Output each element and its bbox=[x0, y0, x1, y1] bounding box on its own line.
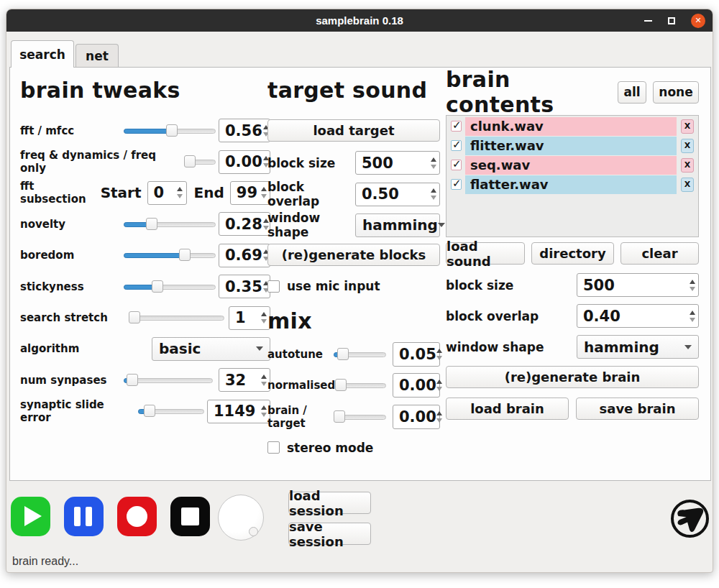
spin-down-icon[interactable] bbox=[261, 413, 267, 417]
novelty-slider[interactable] bbox=[124, 218, 216, 231]
target-block-overlap-spinbox[interactable]: 0.50 bbox=[355, 183, 440, 206]
spin-down-icon[interactable] bbox=[690, 318, 695, 322]
brain-contents-list[interactable]: ✓ clunk.wav X ✓ flitter.wav X ✓ seq.wav … bbox=[446, 115, 699, 237]
stereo-mode-checkbox[interactable] bbox=[267, 441, 280, 454]
boredom-spinbox[interactable]: 0.69 bbox=[219, 244, 270, 267]
status-bar: brain ready... bbox=[6, 551, 713, 572]
brain-target-slider[interactable] bbox=[334, 410, 386, 423]
algorithm-select[interactable]: basic bbox=[152, 337, 270, 361]
synaptic-slide-error-slider[interactable] bbox=[138, 405, 204, 418]
pause-button[interactable] bbox=[64, 497, 104, 536]
spin-down-icon[interactable] bbox=[431, 165, 436, 169]
normalised-row: normalised 0.00 bbox=[267, 370, 440, 401]
stop-button[interactable] bbox=[170, 497, 210, 536]
maximize-icon[interactable] bbox=[668, 17, 675, 24]
brain-window-shape-select[interactable]: hamming bbox=[577, 335, 699, 359]
load-target-button[interactable]: load target bbox=[267, 119, 440, 142]
spin-up-icon[interactable] bbox=[177, 187, 183, 191]
load-session-button[interactable]: load session bbox=[288, 492, 371, 514]
spin-down-icon[interactable] bbox=[436, 387, 442, 391]
synaptic-slide-error-spinbox[interactable]: 1149 bbox=[207, 400, 270, 423]
list-item[interactable]: ✓ flitter.wav X bbox=[446, 136, 698, 155]
sample-name[interactable]: seq.wav bbox=[465, 156, 677, 175]
spin-up-icon[interactable] bbox=[431, 188, 436, 193]
normalised-spinbox[interactable]: 0.00 bbox=[393, 373, 440, 398]
autotune-spinbox[interactable]: 0.05 bbox=[393, 342, 440, 367]
spin-down-icon[interactable] bbox=[431, 196, 436, 200]
record-button[interactable] bbox=[117, 497, 157, 536]
fft-end-spinbox[interactable]: 99 bbox=[230, 181, 270, 205]
algorithm-row: algorithm basic bbox=[20, 334, 270, 364]
freq-dynamics-spinbox[interactable]: 0.00 bbox=[219, 150, 270, 174]
regenerate-brain-button[interactable]: (re)generate brain bbox=[446, 366, 699, 388]
remove-sample-button[interactable]: X bbox=[681, 178, 694, 192]
fft-mfcc-slider[interactable] bbox=[124, 124, 216, 137]
sample-checkbox[interactable]: ✓ bbox=[451, 140, 462, 151]
stickyness-spinbox[interactable]: 0.35 bbox=[219, 275, 270, 298]
spin-down-icon[interactable] bbox=[177, 194, 183, 198]
autotune-slider[interactable] bbox=[334, 348, 386, 361]
stickyness-slider[interactable] bbox=[124, 280, 216, 293]
search-stretch-spinbox[interactable]: 1 bbox=[229, 306, 270, 330]
search-stretch-slider[interactable] bbox=[129, 311, 224, 324]
save-session-button[interactable]: save session bbox=[288, 523, 371, 545]
close-icon[interactable]: ✕ bbox=[691, 14, 705, 28]
num-synpases-slider[interactable] bbox=[124, 374, 213, 387]
spin-up-icon[interactable] bbox=[436, 380, 442, 384]
remove-sample-button[interactable]: X bbox=[681, 158, 694, 173]
use-mic-checkbox[interactable] bbox=[267, 280, 280, 293]
titlebar[interactable]: samplebrain 0.18 ✕ bbox=[6, 9, 713, 32]
spin-up-icon[interactable] bbox=[261, 405, 267, 410]
sample-checkbox[interactable]: ✓ bbox=[451, 160, 462, 170]
list-item[interactable]: ✓ flatter.wav X bbox=[446, 175, 698, 194]
brain-block-size-spinbox[interactable]: 500 bbox=[577, 273, 699, 297]
spin-up-icon[interactable] bbox=[436, 411, 442, 415]
spin-up-icon[interactable] bbox=[690, 311, 695, 315]
load-sound-button[interactable]: load sound bbox=[446, 242, 525, 265]
spin-down-icon[interactable] bbox=[690, 287, 695, 291]
save-brain-button[interactable]: save brain bbox=[576, 398, 699, 420]
brain-block-overlap-spinbox[interactable]: 0.40 bbox=[577, 304, 699, 328]
list-item[interactable]: ✓ seq.wav X bbox=[446, 155, 698, 175]
spin-up-icon[interactable] bbox=[431, 157, 436, 162]
play-button[interactable] bbox=[11, 497, 50, 536]
spin-up-icon[interactable] bbox=[261, 187, 267, 191]
load-brain-button[interactable]: load brain bbox=[446, 398, 569, 420]
sample-checkbox[interactable]: ✓ bbox=[451, 121, 462, 132]
target-window-shape-select[interactable]: hamming bbox=[355, 213, 440, 237]
brain-target-spinbox[interactable]: 0.00 bbox=[393, 405, 440, 429]
spin-down-icon[interactable] bbox=[261, 382, 267, 386]
spin-up-icon[interactable] bbox=[690, 280, 695, 284]
minimize-icon[interactable] bbox=[644, 20, 652, 22]
target-block-size-spinbox[interactable]: 500 bbox=[355, 151, 440, 175]
novelty-spinbox[interactable]: 0.28 bbox=[219, 212, 270, 236]
spin-down-icon[interactable] bbox=[436, 356, 442, 360]
regenerate-blocks-button[interactable]: (re)generate blocks bbox=[267, 244, 440, 266]
fft-mfcc-spinbox[interactable]: 0.56 bbox=[219, 119, 270, 142]
spin-up-icon[interactable] bbox=[436, 349, 442, 353]
remove-sample-button[interactable]: X bbox=[681, 119, 694, 134]
spin-up-icon[interactable] bbox=[261, 375, 267, 379]
spin-up-icon[interactable] bbox=[261, 312, 267, 316]
directory-button[interactable]: directory bbox=[531, 242, 614, 265]
spin-down-icon[interactable] bbox=[261, 319, 267, 323]
list-item[interactable]: ✓ clunk.wav X bbox=[446, 116, 698, 136]
clear-button[interactable]: clear bbox=[620, 242, 699, 265]
sample-checkbox[interactable]: ✓ bbox=[451, 179, 462, 190]
select-none-button[interactable]: none bbox=[653, 81, 699, 104]
sample-name[interactable]: flitter.wav bbox=[465, 137, 677, 155]
select-all-button[interactable]: all bbox=[618, 81, 646, 104]
boredom-slider[interactable] bbox=[124, 249, 216, 262]
spin-down-icon[interactable] bbox=[436, 418, 442, 423]
fft-start-spinbox[interactable]: 0 bbox=[147, 181, 187, 205]
freq-dynamics-slider[interactable] bbox=[184, 155, 216, 168]
num-synpases-spinbox[interactable]: 32 bbox=[219, 368, 270, 392]
volume-knob[interactable] bbox=[218, 495, 264, 541]
sample-name[interactable]: clunk.wav bbox=[465, 117, 677, 136]
tab-search[interactable]: search bbox=[11, 40, 74, 68]
spin-down-icon[interactable] bbox=[261, 194, 267, 198]
normalised-slider[interactable] bbox=[335, 379, 386, 392]
remove-sample-button[interactable]: X bbox=[681, 139, 694, 153]
sample-name[interactable]: flatter.wav bbox=[465, 175, 677, 194]
tab-net[interactable]: net bbox=[75, 44, 119, 68]
